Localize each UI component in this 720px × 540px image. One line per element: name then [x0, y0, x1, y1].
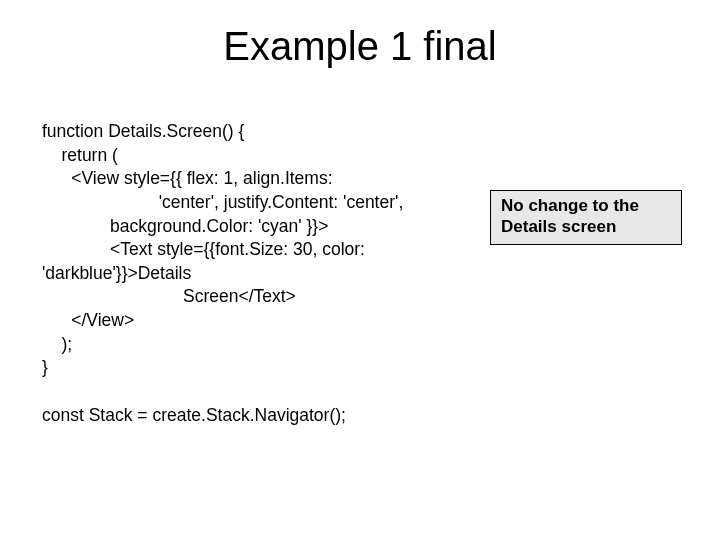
note-box: No change to the Details screen [490, 190, 682, 245]
code-block: function Details.Screen() { return ( <Vi… [42, 120, 422, 427]
slide-title: Example 1 final [0, 24, 720, 69]
slide: Example 1 final function Details.Screen(… [0, 0, 720, 540]
